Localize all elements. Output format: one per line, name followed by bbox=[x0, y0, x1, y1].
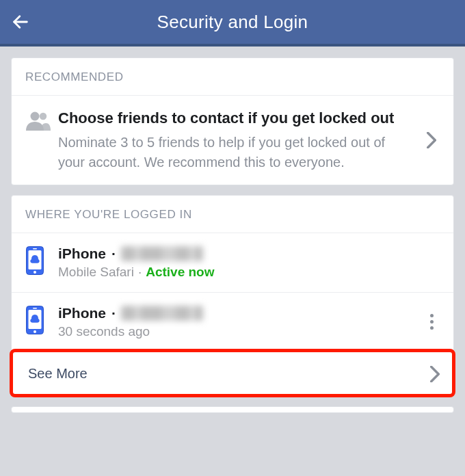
svg-point-5 bbox=[34, 271, 36, 274]
trusted-contacts-title: Choose friends to contact if you get loc… bbox=[58, 108, 412, 129]
svg-point-9 bbox=[34, 330, 36, 333]
svg-point-2 bbox=[40, 113, 46, 120]
session-location-redacted bbox=[121, 306, 203, 321]
see-more-label: See More bbox=[28, 366, 88, 382]
chevron-right-icon bbox=[430, 366, 440, 382]
phone-icon bbox=[25, 246, 58, 276]
friends-icon bbox=[25, 108, 58, 131]
session-device: iPhone bbox=[58, 305, 106, 321]
recommended-section-header: RECOMMENDED bbox=[12, 58, 453, 96]
back-arrow-icon bbox=[11, 12, 30, 31]
next-card-peek bbox=[11, 406, 454, 413]
trusted-contacts-row[interactable]: Choose friends to contact if you get loc… bbox=[12, 96, 453, 185]
see-more-row[interactable]: See More bbox=[12, 352, 453, 396]
session-browser: Mobile Safari bbox=[58, 265, 134, 279]
page-title: Security and Login bbox=[0, 12, 465, 33]
session-timestamp: 30 seconds ago bbox=[58, 324, 150, 339]
session-row[interactable]: iPhone · Mobile Safari·Active now bbox=[12, 233, 453, 292]
chevron-right-icon bbox=[427, 132, 436, 148]
sessions-card: WHERE YOU'RE LOGGED IN iPhone · Mobile S… bbox=[11, 195, 454, 397]
svg-rect-6 bbox=[33, 248, 37, 250]
sessions-section-header: WHERE YOU'RE LOGGED IN bbox=[12, 196, 453, 233]
svg-point-1 bbox=[31, 112, 40, 121]
phone-icon bbox=[25, 305, 58, 335]
app-header: Security and Login bbox=[0, 0, 465, 47]
recommended-card: RECOMMENDED Choose friends to contact if… bbox=[11, 57, 454, 185]
session-device: iPhone bbox=[58, 246, 106, 262]
session-status: Active now bbox=[146, 265, 214, 279]
svg-rect-10 bbox=[33, 308, 37, 309]
back-button[interactable] bbox=[0, 0, 41, 45]
trusted-contacts-subtitle: Nominate 3 to 5 friends to help if you g… bbox=[58, 133, 412, 172]
session-options-button[interactable] bbox=[430, 314, 434, 330]
session-location-redacted bbox=[121, 246, 203, 261]
session-row[interactable]: iPhone · 30 seconds ago bbox=[12, 292, 453, 352]
